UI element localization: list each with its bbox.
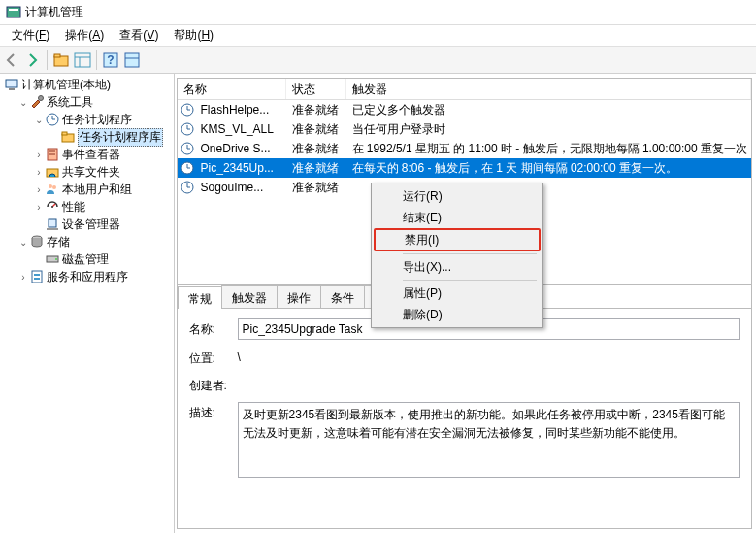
device-icon <box>45 217 60 232</box>
tree-services-apps[interactable]: › 服务和应用程序 <box>0 268 174 285</box>
window-title: 计算机管理 <box>25 4 83 20</box>
cell-status: 准备就绪 <box>288 160 348 177</box>
collapse-icon[interactable]: ⌄ <box>17 237 29 248</box>
menu-file[interactable]: 文件(F) <box>4 25 57 46</box>
tab-1[interactable]: 触发器 <box>221 285 278 308</box>
context-item[interactable]: 删除(D) <box>374 304 541 325</box>
collapse-icon[interactable]: ⌄ <box>17 97 29 108</box>
context-item[interactable]: 运行(R) <box>374 185 541 207</box>
help-button[interactable]: ? <box>101 50 120 70</box>
description-label: 描述: <box>189 402 238 421</box>
expand-icon[interactable]: › <box>33 167 45 178</box>
tree-root[interactable]: 计算机管理(本地) <box>0 76 174 93</box>
task-row[interactable]: FlashHelpe...准备就绪已定义多个触发器 <box>178 100 751 119</box>
app-icon <box>6 5 21 20</box>
menu-action[interactable]: 操作(A) <box>57 25 112 46</box>
navigation-tree[interactable]: 计算机管理(本地) ⌄ 系统工具 ⌄ 任务计划程序 任务计划程序库 › 事件查看… <box>0 74 175 533</box>
context-separator <box>403 280 537 281</box>
event-icon <box>45 147 60 162</box>
expand-icon[interactable]: › <box>33 150 45 160</box>
context-item[interactable]: 结束(E) <box>374 207 541 228</box>
task-icon <box>180 141 195 156</box>
svg-rect-1 <box>9 9 18 11</box>
cell-status: 准备就绪 <box>288 121 348 138</box>
svg-rect-11 <box>6 80 17 87</box>
up-button[interactable] <box>51 50 71 70</box>
svg-point-26 <box>51 206 53 208</box>
cell-name: OneDrive S... <box>197 142 288 155</box>
task-icon <box>180 180 195 195</box>
task-row[interactable]: OneDrive S...准备就绪在 1992/5/1 星期五 的 11:00 … <box>178 139 751 158</box>
svg-point-24 <box>52 185 56 189</box>
cell-trigger: 在 1992/5/1 星期五 的 11:00 时 - 触发后，无限期地每隔 1.… <box>348 141 751 157</box>
tree-task-scheduler[interactable]: ⌄ 任务计划程序 <box>0 111 174 128</box>
cell-trigger: 在每天的 8:06 - 触发后，在 1 天 期间每隔 02:00:00 重复一次… <box>348 160 751 177</box>
disk-icon <box>45 251 60 267</box>
task-icon <box>180 102 195 117</box>
expand-icon[interactable]: › <box>33 202 45 213</box>
name-label: 名称: <box>189 318 238 338</box>
tab-2[interactable]: 操作 <box>277 285 321 308</box>
svg-rect-3 <box>54 54 60 57</box>
svg-point-31 <box>55 258 57 260</box>
cell-name: FlashHelpe... <box>197 103 288 117</box>
svg-rect-27 <box>49 219 56 227</box>
cell-status: 准备就绪 <box>288 141 348 157</box>
performance-icon <box>45 199 60 215</box>
context-menu: 运行(R)结束(E)禁用(I)导出(X)...属性(P)删除(D) <box>371 183 543 328</box>
context-item[interactable]: 属性(P) <box>374 283 541 304</box>
task-row[interactable]: KMS_VL_ALL准备就绪当任何用户登录时 <box>178 119 751 139</box>
scheduler-icon <box>45 112 60 127</box>
tree-disk-management[interactable]: 磁盘管理 <box>0 250 174 268</box>
menu-help[interactable]: 帮助(H) <box>166 25 221 46</box>
svg-point-23 <box>49 184 52 188</box>
task-icon <box>180 121 195 137</box>
svg-rect-0 <box>7 7 20 17</box>
svg-rect-12 <box>9 88 15 90</box>
svg-rect-32 <box>32 271 42 283</box>
tab-3[interactable]: 条件 <box>320 285 365 308</box>
folder-icon <box>60 129 76 145</box>
tree-event-viewer[interactable]: › 事件查看器 <box>0 146 174 163</box>
toolbar: ? <box>0 47 756 74</box>
context-item[interactable]: 禁用(I) <box>374 228 541 251</box>
panel-button[interactable] <box>122 50 142 70</box>
computer-icon <box>4 77 19 92</box>
svg-rect-4 <box>75 53 90 67</box>
tab-0[interactable]: 常规 <box>178 286 222 309</box>
titlebar: 计算机管理 <box>0 0 756 25</box>
cell-name: SogouIme... <box>197 181 288 194</box>
context-item[interactable]: 导出(X)... <box>374 256 541 278</box>
users-icon <box>45 182 60 197</box>
svg-rect-34 <box>34 278 40 280</box>
collapse-icon[interactable]: ⌄ <box>33 115 45 125</box>
show-hide-button[interactable] <box>73 50 92 70</box>
menu-view[interactable]: 查看(V) <box>112 25 166 46</box>
toolbar-separator <box>96 50 97 70</box>
expand-icon[interactable]: › <box>17 272 29 283</box>
tools-icon <box>29 94 45 110</box>
column-trigger[interactable]: 触发器 <box>346 79 751 99</box>
column-status[interactable]: 状态 <box>286 79 346 99</box>
description-textarea[interactable]: 及时更新2345看图到最新版本，使用推出的新功能。如果此任务被停用或中断，234… <box>238 402 740 478</box>
tree-device-manager[interactable]: 设备管理器 <box>0 216 174 233</box>
tree-system-tools[interactable]: ⌄ 系统工具 <box>0 93 174 111</box>
tree-performance[interactable]: › 性能 <box>0 198 174 216</box>
svg-rect-18 <box>62 132 67 135</box>
svg-text:?: ? <box>107 53 114 67</box>
menubar: 文件(F) 操作(A) 查看(V) 帮助(H) <box>0 25 756 47</box>
svg-rect-33 <box>34 274 40 276</box>
cell-trigger: 已定义多个触发器 <box>348 102 751 118</box>
expand-icon[interactable]: › <box>33 184 45 195</box>
tree-shared-folders[interactable]: › 共享文件夹 <box>0 163 174 181</box>
services-icon <box>29 269 45 284</box>
tree-storage[interactable]: ⌄ 存储 <box>0 233 174 250</box>
tree-task-library[interactable]: 任务计划程序库 <box>0 128 174 146</box>
detail-body: 名称: 位置: \ 创建者: 描述: 及时更新2345看图到最新版本，使用推出的… <box>178 309 751 528</box>
cell-trigger: 当任何用户登录时 <box>348 121 751 138</box>
tree-local-users[interactable]: › 本地用户和组 <box>0 181 174 198</box>
back-button[interactable] <box>2 50 21 70</box>
column-name[interactable]: 名称 <box>178 79 286 99</box>
forward-button[interactable] <box>23 50 43 70</box>
task-row[interactable]: Pic_2345Up...准备就绪在每天的 8:06 - 触发后，在 1 天 期… <box>178 158 751 178</box>
